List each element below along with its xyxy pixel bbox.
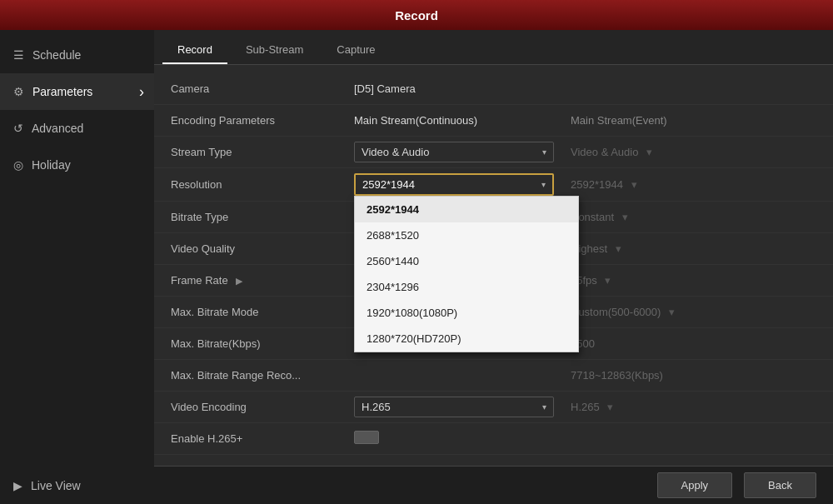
stream-type-event-arrow: ▾ xyxy=(646,146,652,158)
sidebar-item-live-view[interactable]: ▶ Live View xyxy=(0,467,154,504)
encoding-parameters-value-main: Main Stream(Continuous) xyxy=(354,114,571,127)
max-bitrate-kbps-value-event: 3500 xyxy=(571,337,816,350)
video-encoding-value-event: H.265 ▾ xyxy=(571,401,816,413)
max-bitrate-range-label: Max. Bitrate Range Reco... xyxy=(171,369,354,382)
sidebar-item-advanced[interactable]: ↺ Advanced xyxy=(0,110,154,147)
max-bitrate-range-row: Max. Bitrate Range Reco... 7718~12863(Kb… xyxy=(154,360,833,392)
encoding-parameters-value-event: Main Stream(Event) xyxy=(571,114,816,127)
resolution-option-0[interactable]: 2592*1944 xyxy=(355,197,578,222)
video-encoding-value-main[interactable]: H.265 ▾ xyxy=(354,397,571,417)
stream-type-dropdown-arrow: ▾ xyxy=(542,147,546,157)
resolution-value-main: 2592*1944 ▾ 2592*1944 2688*1520 2560*144… xyxy=(354,173,571,196)
resolution-label: Resolution xyxy=(171,178,354,191)
sidebar-label-parameters: Parameters xyxy=(32,85,92,98)
content-area: Camera [D5] Camera Encoding Parameters M… xyxy=(154,65,833,466)
stream-type-dropdown[interactable]: Video & Audio ▾ xyxy=(354,142,554,162)
frame-rate-label: Frame Rate ▶ xyxy=(171,274,354,287)
stream-type-value-main[interactable]: Video & Audio ▾ xyxy=(354,142,571,162)
frame-rate-value-event: 15fps ▾ xyxy=(571,274,816,287)
resolution-event-arrow: ▾ xyxy=(631,178,637,191)
resolution-option-5[interactable]: 1280*720(HD720P) xyxy=(355,326,578,352)
bottom-bar: Apply Back xyxy=(154,466,833,504)
parameters-icon: ⚙ xyxy=(13,85,24,98)
max-bitrate-mode-value-event: Custom(500-6000) ▾ xyxy=(571,306,816,318)
bitrate-type-event-arrow: ▾ xyxy=(622,211,628,223)
sidebar-item-schedule[interactable]: ☰ Schedule xyxy=(0,37,154,73)
frame-rate-event-arrow: ▾ xyxy=(605,274,611,287)
live-view-icon: ▶ xyxy=(13,479,22,492)
resolution-dropdown-menu: 2592*1944 2688*1520 2560*1440 2304*1296 … xyxy=(354,196,579,352)
camera-label: Camera xyxy=(171,82,354,95)
resolution-dropdown-arrow: ▾ xyxy=(541,180,546,189)
enable-h265-value-main[interactable] xyxy=(354,431,571,447)
enable-h265-row: Enable H.265+ xyxy=(154,423,833,455)
video-encoding-event-arrow: ▾ xyxy=(607,401,613,413)
sidebar-label-advanced: Advanced xyxy=(32,122,83,135)
advanced-icon: ↺ xyxy=(13,122,23,135)
resolution-option-3[interactable]: 2304*1296 xyxy=(355,274,578,300)
stream-type-label: Stream Type xyxy=(171,146,354,158)
sidebar-label-holiday: Holiday xyxy=(32,158,71,172)
enable-h265-label: Enable H.265+ xyxy=(171,432,354,445)
camera-row: Camera [D5] Camera xyxy=(154,73,833,105)
resolution-dropdown[interactable]: 2592*1944 ▾ xyxy=(354,173,554,196)
video-quality-value-event: Highest ▾ xyxy=(571,242,816,255)
title-bar-text: Record xyxy=(395,8,438,22)
holiday-icon: ◎ xyxy=(13,158,23,172)
apply-button[interactable]: Apply xyxy=(657,472,733,498)
sidebar: ☰ Schedule ⚙ Parameters ↺ Advanced ◎ Hol… xyxy=(0,30,154,504)
video-encoding-dropdown[interactable]: H.265 ▾ xyxy=(354,397,554,417)
video-encoding-label: Video Encoding xyxy=(171,401,354,413)
resolution-option-4[interactable]: 1920*1080(1080P) xyxy=(355,300,578,326)
sidebar-item-parameters[interactable]: ⚙ Parameters xyxy=(0,73,154,110)
tab-sub-stream[interactable]: Sub-Stream xyxy=(231,37,318,64)
max-bitrate-range-value-event: 7718~12863(Kbps) xyxy=(571,369,816,382)
stream-type-row: Stream Type Video & Audio ▾ Video & Audi… xyxy=(154,137,833,168)
bitrate-type-value-event: Constant ▾ xyxy=(571,211,816,223)
back-button[interactable]: Back xyxy=(744,472,816,498)
resolution-option-2[interactable]: 2560*1440 xyxy=(355,248,578,274)
encoding-parameters-row: Encoding Parameters Main Stream(Continuo… xyxy=(154,105,833,137)
stream-type-value-event: Video & Audio ▾ xyxy=(571,146,816,158)
schedule-icon: ☰ xyxy=(13,48,24,62)
video-quality-event-arrow: ▾ xyxy=(616,242,621,255)
resolution-value-event: 2592*1944 ▾ xyxy=(571,178,816,191)
bitrate-type-label: Bitrate Type xyxy=(171,211,354,223)
tab-bar: Record Sub-Stream Capture xyxy=(154,30,833,65)
max-bitrate-mode-label: Max. Bitrate Mode xyxy=(171,306,354,318)
more-setting-button[interactable]: More Setting... xyxy=(154,455,833,466)
sidebar-item-holiday[interactable]: ◎ Holiday xyxy=(0,147,154,183)
tab-record[interactable]: Record xyxy=(162,37,227,64)
encoding-parameters-label: Encoding Parameters xyxy=(171,114,354,127)
tab-capture[interactable]: Capture xyxy=(322,37,390,64)
enable-h265-toggle[interactable] xyxy=(354,431,379,444)
video-encoding-arrow: ▾ xyxy=(542,402,546,412)
video-encoding-row: Video Encoding H.265 ▾ H.265 ▾ xyxy=(154,392,833,423)
resolution-row: Resolution 2592*1944 ▾ 2592*1944 2688*15… xyxy=(154,168,833,202)
resolution-option-1[interactable]: 2688*1520 xyxy=(355,222,578,248)
video-quality-label: Video Quality xyxy=(171,242,354,255)
sidebar-label-live-view: Live View xyxy=(31,479,81,492)
title-bar: Record xyxy=(0,0,833,30)
layout: ☰ Schedule ⚙ Parameters ↺ Advanced ◎ Hol… xyxy=(0,30,833,504)
camera-value-main: [D5] Camera xyxy=(354,82,571,95)
max-bitrate-kbps-label: Max. Bitrate(Kbps) xyxy=(171,337,354,350)
max-bitrate-mode-arrow: ▾ xyxy=(669,306,675,318)
sidebar-label-schedule: Schedule xyxy=(32,48,81,62)
frame-rate-icon: ▶ xyxy=(236,276,242,286)
main-content: Record Sub-Stream Capture Camera [D5] Ca… xyxy=(154,30,833,504)
